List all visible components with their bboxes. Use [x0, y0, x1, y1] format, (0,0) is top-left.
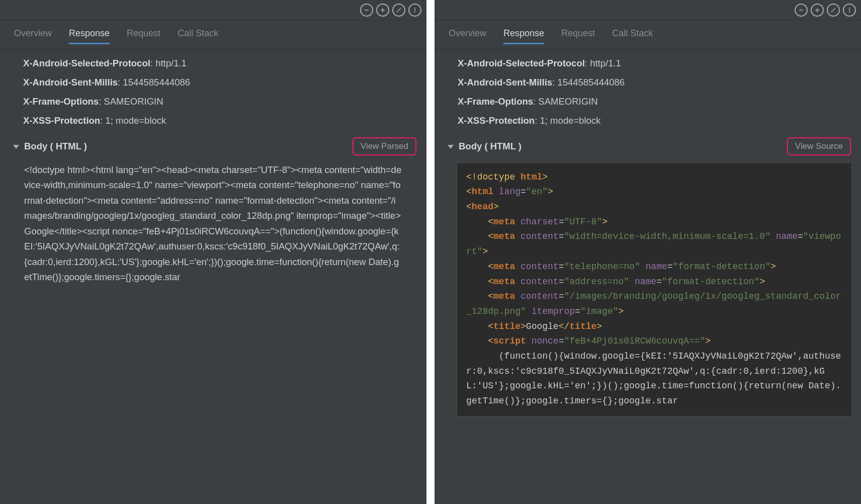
- tab-overview[interactable]: Overview: [449, 28, 486, 44]
- tab-callstack[interactable]: Call Stack: [612, 28, 653, 44]
- header-name: X-Android-Selected-Protocol: [23, 58, 150, 68]
- doctype-kw: html: [521, 172, 542, 182]
- header-row: X-XSS-Protection: 1; mode=block: [23, 111, 403, 130]
- disable-icon[interactable]: [392, 4, 405, 17]
- body-parsed-html: <!doctype html> <html lang="en"> <head> …: [457, 162, 852, 416]
- chevron-down-icon: [448, 145, 454, 149]
- val-tel-content: "telephone=no": [564, 262, 640, 272]
- attr-name: name: [635, 277, 656, 287]
- tag-head: head: [472, 202, 493, 212]
- header-value: 1; mode=block: [105, 115, 166, 126]
- script-body-text: (function(){window.google={kEI:'5IAQXJyV…: [466, 351, 841, 406]
- header-row: X-XSS-Protection: 1; mode=block: [458, 111, 838, 130]
- val-nonce: "feB+4Pj01s0iRCW6couvqA==": [564, 336, 705, 346]
- tag-meta: meta: [493, 231, 515, 241]
- attr-lang: lang: [499, 187, 521, 197]
- panel-divider: [426, 0, 435, 504]
- attr-content: content: [521, 291, 559, 301]
- view-parsed-button[interactable]: View Parsed: [353, 137, 416, 155]
- tab-request[interactable]: Request: [561, 28, 595, 44]
- header-value: SAMEORIGIN: [538, 96, 597, 107]
- header-name: X-Android-Sent-Millis: [23, 77, 118, 88]
- body-section-header[interactable]: Body ( HTML ) View Parsed: [0, 133, 426, 159]
- val-viewport-content: "width=device-width,minimum-scale=1.0": [564, 231, 770, 241]
- header-name: X-XSS-Protection: [458, 115, 535, 126]
- tab-response[interactable]: Response: [503, 28, 544, 44]
- header-row: X-Android-Selected-Protocol: http/1.1: [23, 54, 403, 73]
- header-value: 1544585444086: [557, 77, 625, 88]
- header-row: X-Android-Sent-Millis: 1544585444086: [458, 73, 838, 92]
- attr-content: content: [521, 231, 559, 241]
- tab-request[interactable]: Request: [127, 28, 160, 44]
- step-icon[interactable]: [843, 4, 856, 17]
- svg-line-0: [397, 8, 401, 12]
- val-itemprop: "image": [580, 306, 619, 316]
- chevron-down-icon: [13, 145, 19, 149]
- disable-icon[interactable]: [827, 4, 840, 17]
- attr-name: name: [646, 262, 667, 272]
- header-name: X-Frame-Options: [458, 96, 533, 107]
- body-section-header[interactable]: Body ( HTML ) View Source: [435, 133, 861, 159]
- tag-meta: meta: [493, 291, 515, 301]
- plus-icon[interactable]: +: [376, 4, 389, 17]
- doctype-open: <!doctype: [466, 172, 515, 182]
- plus-icon[interactable]: +: [811, 4, 824, 17]
- attr-content: content: [521, 277, 559, 287]
- attr-charset: charset: [521, 217, 559, 227]
- view-source-button[interactable]: View Source: [787, 137, 851, 155]
- header-value: 1544585444086: [123, 77, 190, 88]
- val-addr-content: "address=no": [564, 277, 630, 287]
- val-fmt-name: "format-detection": [673, 262, 770, 272]
- header-value: SAMEORIGIN: [104, 96, 163, 107]
- toolbar: − +: [0, 0, 426, 20]
- attr-content: content: [521, 262, 559, 272]
- response-headers: X-Android-Selected-Protocol: http/1.1 X-…: [0, 50, 426, 133]
- header-row: X-Frame-Options: SAMEORIGIN: [23, 92, 403, 111]
- tag-meta: meta: [493, 217, 515, 227]
- body-section-label: Body ( HTML ): [24, 141, 353, 152]
- tag-title: title: [493, 321, 521, 331]
- svg-line-1: [831, 8, 835, 12]
- title-text: Google: [526, 321, 559, 331]
- tab-bar: Overview Response Request Call Stack: [0, 20, 426, 50]
- header-value: http/1.1: [590, 58, 621, 68]
- header-row: X-Android-Selected-Protocol: http/1.1: [458, 54, 838, 73]
- minus-icon[interactable]: −: [360, 4, 373, 17]
- attr-itemprop: itemprop: [532, 306, 575, 316]
- tag-meta: meta: [493, 262, 515, 272]
- tab-response[interactable]: Response: [69, 28, 110, 44]
- bracket: >: [542, 172, 548, 182]
- tab-callstack[interactable]: Call Stack: [178, 28, 218, 44]
- toolbar: − +: [435, 0, 861, 20]
- tag-title-close: title: [569, 321, 596, 331]
- tab-bar: Overview Response Request Call Stack: [435, 20, 861, 50]
- body-raw-text: <!doctype html><html lang="en"><head><me…: [0, 159, 426, 285]
- response-headers: X-Android-Selected-Protocol: http/1.1 X-…: [435, 50, 861, 133]
- header-name: X-Frame-Options: [23, 96, 99, 107]
- header-row: X-Android-Sent-Millis: 1544585444086: [23, 73, 403, 92]
- val-charset: "UTF-8": [564, 217, 602, 227]
- header-name: X-Android-Selected-Protocol: [458, 58, 585, 68]
- val-fmt-name: "format-detection": [662, 277, 759, 287]
- devtools-panel-left: − + Overview Response Request Call Stack…: [0, 0, 426, 504]
- attr-name: name: [776, 231, 798, 241]
- tag-meta: meta: [493, 277, 515, 287]
- tag-script: script: [493, 336, 526, 346]
- header-value: http/1.1: [155, 58, 187, 68]
- header-name: X-Android-Sent-Millis: [458, 77, 552, 88]
- attr-nonce: nonce: [532, 336, 559, 346]
- header-value: 1; mode=block: [540, 115, 600, 126]
- step-icon[interactable]: [408, 4, 421, 17]
- tab-overview[interactable]: Overview: [14, 28, 52, 44]
- body-section-label: Body ( HTML ): [459, 141, 787, 152]
- header-name: X-XSS-Protection: [23, 115, 100, 126]
- header-row: X-Frame-Options: SAMEORIGIN: [458, 92, 838, 111]
- devtools-panel-right: − + Overview Response Request Call Stack…: [435, 0, 861, 504]
- tag-html: html: [472, 187, 493, 197]
- val-lang: "en": [526, 187, 548, 197]
- minus-icon[interactable]: −: [795, 4, 808, 17]
